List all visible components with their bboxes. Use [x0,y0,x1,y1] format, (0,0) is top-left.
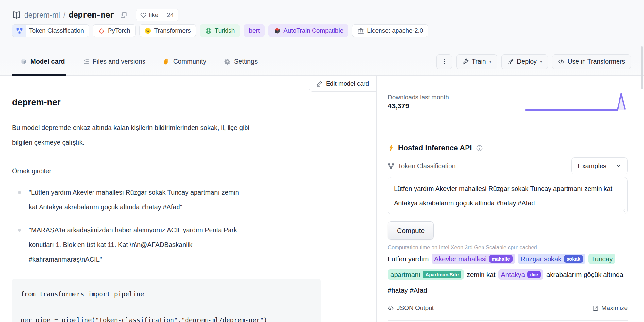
tag-label: AutoTrain Compatible [283,27,343,34]
entity-label-badge: mahalle [489,255,513,263]
pencil-icon [316,81,323,87]
code-line: from transformers import pipeline [21,287,312,300]
output-text: zemin kat [467,271,496,278]
dropdown-caret: ▾ [489,59,492,64]
examples-heading: Örnek girdiler: [12,164,376,179]
action-label: Deploy [517,58,537,65]
page-title: deprem-ner [12,97,376,107]
train-button[interactable]: Train▾ [456,54,497,69]
entity-label-badge: sokak [564,255,583,263]
edit-model-card-button[interactable]: Edit model card [309,76,376,92]
inference-panel: Downloads last month 43,379 Hosted infer… [377,76,644,322]
resize-handle[interactable] [621,208,626,212]
entity-label-badge: Apartman/Site [423,271,461,278]
examples-dropdown[interactable]: Examples [571,157,628,174]
json-output-button[interactable]: JSON Output [388,304,434,312]
tag-transformers[interactable]: Transformers [139,24,196,37]
transformers-icon [144,27,151,34]
inference-input[interactable]: Lütfen yardım Akevler mahallesi Rüzgar s… [388,177,628,214]
json-output-label: JSON Output [397,304,434,312]
header-actions: Train▾Deploy▾Use in Transformers [436,54,631,69]
inference-output: Lütfen yardım Akevler mahallesimahalle R… [388,251,628,298]
action-label: Use in Transformers [568,58,625,65]
tag-label: bert [249,27,260,34]
tag-label: Transformers [154,27,191,34]
content: Edit model card deprem-ner Bu model depr… [0,76,644,322]
inference-input-wrap: Lütfen yardım Akevler mahallesi Rüzgar s… [388,177,628,214]
computation-time-note: Computation time on Intel Xeon 3rd Gen S… [388,244,628,250]
hosted-inference-api-title: Hosted inference API [388,143,628,153]
examples-label: Examples [578,162,606,170]
info-icon[interactable] [476,145,483,152]
entity-sokak: Rüzgar sokaksokak [518,254,585,264]
section-divider [388,132,628,132]
edit-model-card-label: Edit model card [326,80,369,87]
like-count[interactable]: 24 [162,9,178,21]
tag-pytorch[interactable]: PyTorch [93,24,136,37]
tab-group: Model cardFiles and versionsCommunitySet… [20,47,258,76]
maximize-icon [592,305,599,311]
globe-icon [205,27,212,34]
more-options-button[interactable] [436,54,452,69]
code-block: from transformers import pipeline ner_pi… [12,279,321,322]
token-classification-icon [388,163,395,169]
rocket-icon [507,58,514,65]
task-row: Token Classification Examples [388,157,628,174]
compute-button[interactable]: Compute [388,221,434,240]
tag-list: Token ClassificationPyTorchTransformersT… [0,22,644,37]
copy-icon[interactable] [120,11,127,19]
code-icon [388,305,394,311]
example-item: "Lütfen yardım Akevler mahallesi Rüzgar … [12,185,241,215]
downloads-sparkline-chart [523,91,628,113]
owner-link[interactable]: deprem-ml [24,11,60,20]
example-item: "MARAŞA'ta arkadaşimizdan haber alamıyor… [12,223,241,267]
model-card-content: Edit model card deprem-ner Bu model depr… [0,76,377,322]
code-line: ner_pipe = pipeline("token-classificatio… [21,314,312,322]
task-label: Token Classification [398,162,456,170]
tag-bert[interactable]: bert [244,24,265,37]
gear-icon [224,58,231,65]
entity-mahalle: Akevler mahallesimahalle [432,254,515,264]
tag-turkish[interactable]: Turkish [200,24,240,37]
scrollbar-thumb[interactable] [641,46,643,89]
title-row: deprem-ml / deprem-ner like 24 [0,0,644,22]
maximize-label: Maximize [602,304,628,312]
tab-bar: Model cardFiles and versionsCommunitySet… [0,47,644,76]
use-in-transformers-button[interactable]: Use in Transformers [552,54,631,69]
tag-license-apache-2-0[interactable]: License: apache-2.0 [352,24,428,37]
like-button[interactable]: like 24 [136,9,178,21]
markdown-body: deprem-ner Bu model depremde enkaz altın… [0,76,376,322]
output-text: Lütfen yardım [388,255,429,263]
tag-autotrain-compatible[interactable]: AutoTrain Compatible [268,24,348,37]
tag-token-classification[interactable]: Token Classification [12,24,89,37]
like-label: like [149,11,159,19]
model-name-link[interactable]: deprem-ner [69,10,114,20]
tag-label: License: apache-2.0 [367,27,423,34]
task-type: Token Classification [388,162,456,170]
code-line [21,300,312,314]
tab-label: Model card [30,58,65,65]
tab-files-and-versions[interactable]: Files and versions [83,47,145,76]
example-list: "Lütfen yardım Akevler mahallesi Rüzgar … [12,185,241,267]
license-icon [357,27,364,34]
deploy-button[interactable]: Deploy▾ [501,54,548,69]
pytorch-icon [98,27,105,34]
tab-model-card[interactable]: Model card [20,47,65,76]
tag-label: PyTorch [108,27,130,34]
chevron-down-icon [616,163,621,169]
maximize-button[interactable]: Maximize [592,304,628,312]
tab-settings[interactable]: Settings [224,47,258,76]
tag-label: Token Classification [29,27,84,34]
cube-icon [20,58,27,65]
dropdown-caret: ▾ [540,59,542,64]
intro-paragraph: Bu model depremde enkaz altında kalan ki… [12,121,264,150]
tag-label: Turkish [215,27,235,34]
token-classification-icon [12,24,26,37]
tab-label: Settings [234,58,258,65]
widget-footer: JSON Output Maximize [388,303,628,313]
code-icon [558,58,565,65]
entity-label-badge: ilce [527,271,541,278]
tab-community[interactable]: Community [163,47,206,76]
action-label: Train [472,58,486,65]
tab-label: Files and versions [93,58,145,65]
